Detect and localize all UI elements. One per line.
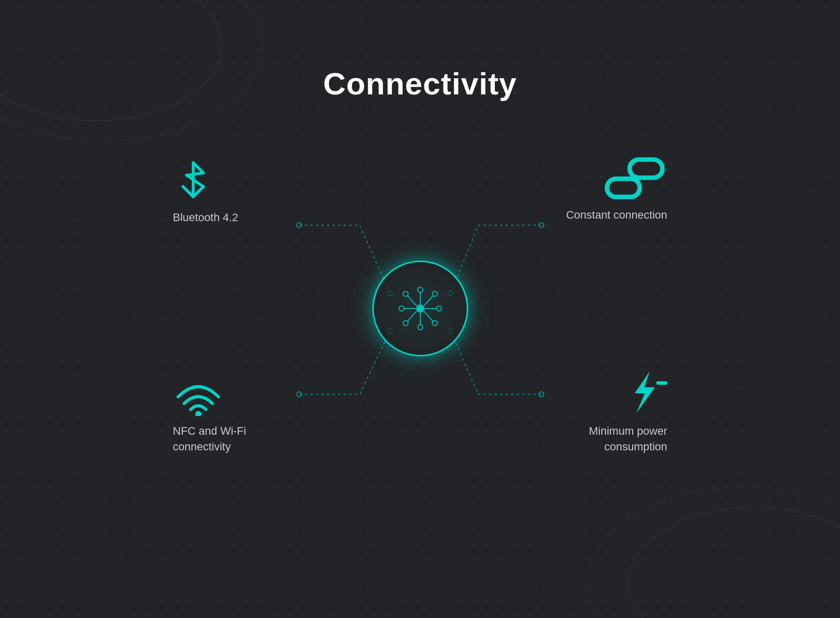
svg-line-15 xyxy=(424,311,433,321)
power-label-line2: consumption xyxy=(604,440,667,453)
svg-point-16 xyxy=(432,321,437,326)
svg-point-18 xyxy=(418,325,423,330)
svg-rect-26 xyxy=(630,160,662,178)
nfc-wifi-label-line1: NFC and Wi-Fi xyxy=(173,425,246,437)
feature-power: Minimum power consumption xyxy=(589,367,667,455)
power-label-line1: Minimum power xyxy=(589,425,667,437)
connectivity-diagram: Bluetooth 4.2 NFC and Wi-Fi connectivity xyxy=(143,132,698,485)
lightning-icon xyxy=(617,367,667,418)
chain-icon xyxy=(602,157,667,201)
svg-line-23 xyxy=(408,296,417,306)
svg-rect-27 xyxy=(607,179,640,197)
svg-line-11 xyxy=(424,296,433,306)
svg-point-12 xyxy=(432,291,437,296)
wifi-icon xyxy=(173,376,223,418)
svg-point-6 xyxy=(539,392,544,397)
svg-point-0 xyxy=(297,223,302,228)
bluetooth-label: Bluetooth 4.2 xyxy=(173,210,239,226)
connection-label: Constant connection xyxy=(566,208,667,223)
svg-point-22 xyxy=(399,306,404,311)
svg-point-2 xyxy=(297,392,302,397)
svg-point-14 xyxy=(436,306,441,311)
page-title: Connectivity xyxy=(323,66,517,101)
power-label: Minimum power consumption xyxy=(589,424,667,455)
svg-point-25 xyxy=(195,411,201,416)
svg-point-4 xyxy=(539,223,544,228)
feature-bluetooth: Bluetooth 4.2 xyxy=(173,157,239,226)
bluetooth-icon xyxy=(173,157,213,204)
svg-point-20 xyxy=(403,321,408,326)
nfc-wifi-label-line2: connectivity xyxy=(173,440,231,453)
svg-point-24 xyxy=(403,291,408,296)
svg-point-8 xyxy=(416,304,424,313)
nfc-wifi-label: NFC and Wi-Fi connectivity xyxy=(173,424,246,455)
main-container: Connectivity xyxy=(0,0,840,618)
network-hub-icon xyxy=(393,281,448,336)
svg-line-19 xyxy=(408,311,417,321)
svg-rect-28 xyxy=(656,381,667,385)
center-hub xyxy=(372,261,468,356)
feature-nfc-wifi: NFC and Wi-Fi connectivity xyxy=(173,376,246,455)
feature-constant-connection: Constant connection xyxy=(566,157,667,223)
svg-point-10 xyxy=(418,287,423,292)
